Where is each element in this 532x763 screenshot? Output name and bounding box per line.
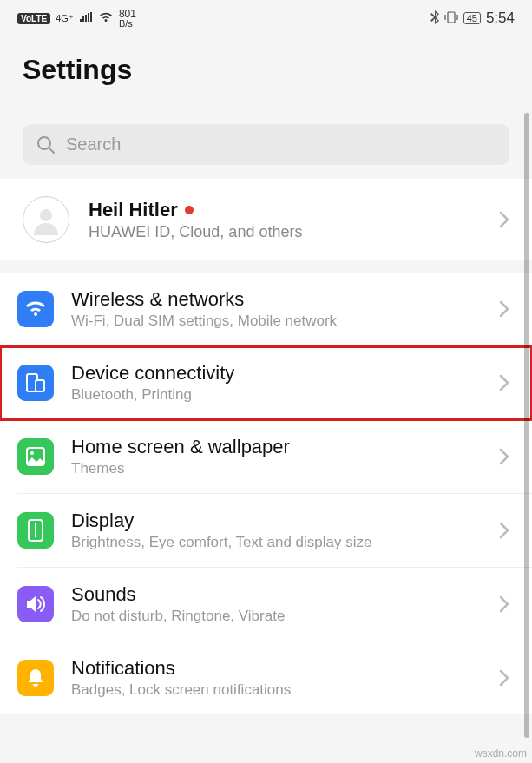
setting-notifications[interactable]: Notifications Badges, Lock screen notifi… xyxy=(17,641,532,714)
setting-text: Home screen & wallpaper Themes xyxy=(71,436,482,477)
status-right: 45 5:54 xyxy=(430,10,515,27)
header: Settings xyxy=(0,36,532,112)
settings-list: Wireless & networks Wi-Fi, Dual SIM sett… xyxy=(0,273,532,714)
setting-title: Wireless & networks xyxy=(71,288,482,311)
setting-text: Device connectivity Bluetooth, Printing xyxy=(71,362,482,404)
device-connectivity-icon xyxy=(17,365,54,401)
setting-subtitle: Brightness, Eye comfort, Text and displa… xyxy=(71,534,482,551)
clock: 5:54 xyxy=(486,10,515,27)
status-bar: VoLTE 4G⁺ 801 B/s 45 5:54 xyxy=(0,0,532,36)
vibrate-icon xyxy=(444,11,458,26)
status-left: VoLTE 4G⁺ 801 B/s xyxy=(17,9,136,29)
notification-dot-icon xyxy=(185,206,194,214)
avatar xyxy=(23,196,69,243)
signal-icon xyxy=(79,11,93,25)
page-title: Settings xyxy=(23,54,509,86)
account-name-row: Heil Hitler xyxy=(89,199,480,221)
chevron-right-icon xyxy=(499,300,509,318)
setting-title: Device connectivity xyxy=(71,362,482,385)
setting-subtitle: Badges, Lock screen notifications xyxy=(71,681,482,699)
chevron-right-icon xyxy=(499,211,509,228)
setting-subtitle: Bluetooth, Printing xyxy=(71,386,482,404)
account-section: Heil Hitler HUAWEI ID, Cloud, and others xyxy=(0,179,532,260)
svg-rect-0 xyxy=(448,12,455,23)
net-speed-unit: B/s xyxy=(119,19,136,29)
setting-text: Display Brightness, Eye comfort, Text an… xyxy=(71,510,482,551)
chevron-right-icon xyxy=(499,374,509,391)
notifications-icon xyxy=(17,660,54,696)
display-icon xyxy=(17,512,54,549)
battery-indicator: 45 xyxy=(463,12,481,24)
chevron-right-icon xyxy=(499,595,509,613)
wallpaper-icon xyxy=(17,438,54,475)
chevron-right-icon xyxy=(499,522,509,539)
wifi-icon xyxy=(98,11,114,25)
sounds-icon xyxy=(17,586,54,622)
setting-title: Display xyxy=(71,510,482,532)
net-speed-value: 801 xyxy=(119,9,136,19)
account-subtitle: HUAWEI ID, Cloud, and others xyxy=(89,223,480,241)
wifi-icon xyxy=(17,291,54,327)
setting-text: Notifications Badges, Lock screen notifi… xyxy=(71,657,482,699)
setting-display[interactable]: Display Brightness, Eye comfort, Text an… xyxy=(17,494,532,568)
account-row[interactable]: Heil Hitler HUAWEI ID, Cloud, and others xyxy=(0,179,532,260)
setting-wireless-networks[interactable]: Wireless & networks Wi-Fi, Dual SIM sett… xyxy=(17,273,532,346)
setting-text: Sounds Do not disturb, Ringtone, Vibrate xyxy=(71,583,482,625)
signal-gen: 4G⁺ xyxy=(56,13,74,24)
setting-text: Wireless & networks Wi-Fi, Dual SIM sett… xyxy=(71,288,482,330)
setting-device-connectivity[interactable]: Device connectivity Bluetooth, Printing xyxy=(0,346,532,420)
chevron-right-icon xyxy=(499,448,509,465)
search-container: Search xyxy=(0,112,532,179)
svg-point-9 xyxy=(30,451,34,455)
network-speed: 801 B/s xyxy=(119,9,136,29)
search-input[interactable]: Search xyxy=(23,124,509,165)
search-placeholder: Search xyxy=(66,135,121,155)
volte-badge: VoLTE xyxy=(17,13,50,24)
setting-subtitle: Themes xyxy=(71,460,482,477)
section-divider xyxy=(0,260,532,273)
setting-subtitle: Do not disturb, Ringtone, Vibrate xyxy=(71,608,482,625)
watermark: wsxdn.com xyxy=(475,747,527,760)
scrollbar[interactable] xyxy=(524,113,529,738)
bluetooth-icon xyxy=(430,10,439,27)
setting-title: Sounds xyxy=(71,583,482,606)
search-icon xyxy=(36,135,56,155)
svg-point-5 xyxy=(40,209,52,221)
svg-rect-7 xyxy=(36,380,44,391)
setting-subtitle: Wi-Fi, Dual SIM settings, Mobile network xyxy=(71,312,482,330)
account-text: Heil Hitler HUAWEI ID, Cloud, and others xyxy=(89,199,480,241)
setting-home-wallpaper[interactable]: Home screen & wallpaper Themes xyxy=(17,420,532,494)
setting-sounds[interactable]: Sounds Do not disturb, Ringtone, Vibrate xyxy=(17,568,532,641)
chevron-right-icon xyxy=(499,669,509,687)
svg-line-4 xyxy=(49,148,55,153)
account-name: Heil Hitler xyxy=(89,199,178,221)
setting-title: Notifications xyxy=(71,657,482,680)
setting-title: Home screen & wallpaper xyxy=(71,436,482,458)
